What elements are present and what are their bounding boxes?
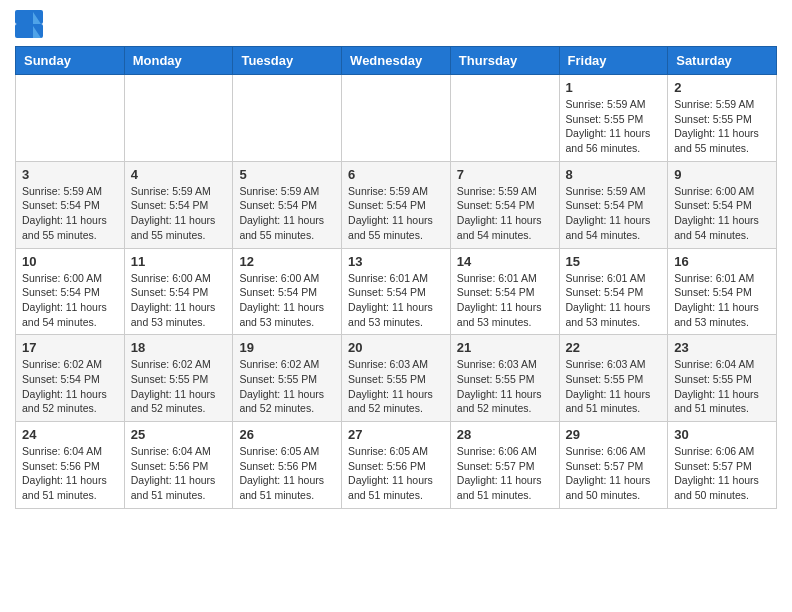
logo-area — [15, 10, 47, 38]
calendar-cell: 20Sunrise: 6:03 AMSunset: 5:55 PMDayligh… — [342, 335, 451, 422]
day-number: 1 — [566, 80, 662, 95]
day-number: 9 — [674, 167, 770, 182]
weekday-header-saturday: Saturday — [668, 47, 777, 75]
day-info: Sunrise: 6:06 AMSunset: 5:57 PMDaylight:… — [674, 444, 770, 503]
day-number: 8 — [566, 167, 662, 182]
day-number: 21 — [457, 340, 553, 355]
day-number: 29 — [566, 427, 662, 442]
calendar-cell: 30Sunrise: 6:06 AMSunset: 5:57 PMDayligh… — [668, 422, 777, 509]
day-info: Sunrise: 6:04 AMSunset: 5:55 PMDaylight:… — [674, 357, 770, 416]
day-number: 2 — [674, 80, 770, 95]
day-number: 13 — [348, 254, 444, 269]
day-info: Sunrise: 6:06 AMSunset: 5:57 PMDaylight:… — [457, 444, 553, 503]
calendar-cell: 7Sunrise: 5:59 AMSunset: 5:54 PMDaylight… — [450, 161, 559, 248]
calendar-cell: 3Sunrise: 5:59 AMSunset: 5:54 PMDaylight… — [16, 161, 125, 248]
day-number: 22 — [566, 340, 662, 355]
day-info: Sunrise: 5:59 AMSunset: 5:54 PMDaylight:… — [22, 184, 118, 243]
day-number: 4 — [131, 167, 227, 182]
day-number: 23 — [674, 340, 770, 355]
day-number: 7 — [457, 167, 553, 182]
day-number: 16 — [674, 254, 770, 269]
day-info: Sunrise: 6:01 AMSunset: 5:54 PMDaylight:… — [566, 271, 662, 330]
day-number: 11 — [131, 254, 227, 269]
day-info: Sunrise: 6:05 AMSunset: 5:56 PMDaylight:… — [239, 444, 335, 503]
calendar-cell: 22Sunrise: 6:03 AMSunset: 5:55 PMDayligh… — [559, 335, 668, 422]
calendar-cell: 24Sunrise: 6:04 AMSunset: 5:56 PMDayligh… — [16, 422, 125, 509]
day-info: Sunrise: 6:01 AMSunset: 5:54 PMDaylight:… — [457, 271, 553, 330]
weekday-header-wednesday: Wednesday — [342, 47, 451, 75]
calendar-cell: 2Sunrise: 5:59 AMSunset: 5:55 PMDaylight… — [668, 75, 777, 162]
day-number: 10 — [22, 254, 118, 269]
calendar-cell — [233, 75, 342, 162]
calendar-cell: 1Sunrise: 5:59 AMSunset: 5:55 PMDaylight… — [559, 75, 668, 162]
day-info: Sunrise: 6:00 AMSunset: 5:54 PMDaylight:… — [131, 271, 227, 330]
calendar-cell: 23Sunrise: 6:04 AMSunset: 5:55 PMDayligh… — [668, 335, 777, 422]
calendar-cell: 18Sunrise: 6:02 AMSunset: 5:55 PMDayligh… — [124, 335, 233, 422]
day-info: Sunrise: 6:02 AMSunset: 5:55 PMDaylight:… — [131, 357, 227, 416]
day-number: 19 — [239, 340, 335, 355]
day-info: Sunrise: 5:59 AMSunset: 5:55 PMDaylight:… — [674, 97, 770, 156]
calendar: SundayMondayTuesdayWednesdayThursdayFrid… — [15, 46, 777, 509]
day-info: Sunrise: 6:06 AMSunset: 5:57 PMDaylight:… — [566, 444, 662, 503]
day-info: Sunrise: 5:59 AMSunset: 5:54 PMDaylight:… — [239, 184, 335, 243]
day-number: 17 — [22, 340, 118, 355]
day-info: Sunrise: 6:04 AMSunset: 5:56 PMDaylight:… — [131, 444, 227, 503]
day-info: Sunrise: 6:01 AMSunset: 5:54 PMDaylight:… — [674, 271, 770, 330]
calendar-cell: 21Sunrise: 6:03 AMSunset: 5:55 PMDayligh… — [450, 335, 559, 422]
calendar-cell: 8Sunrise: 5:59 AMSunset: 5:54 PMDaylight… — [559, 161, 668, 248]
calendar-week-row: 10Sunrise: 6:00 AMSunset: 5:54 PMDayligh… — [16, 248, 777, 335]
calendar-cell: 10Sunrise: 6:00 AMSunset: 5:54 PMDayligh… — [16, 248, 125, 335]
day-info: Sunrise: 6:02 AMSunset: 5:54 PMDaylight:… — [22, 357, 118, 416]
day-info: Sunrise: 5:59 AMSunset: 5:55 PMDaylight:… — [566, 97, 662, 156]
weekday-header-friday: Friday — [559, 47, 668, 75]
calendar-cell: 16Sunrise: 6:01 AMSunset: 5:54 PMDayligh… — [668, 248, 777, 335]
weekday-header-thursday: Thursday — [450, 47, 559, 75]
calendar-cell: 25Sunrise: 6:04 AMSunset: 5:56 PMDayligh… — [124, 422, 233, 509]
calendar-week-row: 24Sunrise: 6:04 AMSunset: 5:56 PMDayligh… — [16, 422, 777, 509]
calendar-cell: 6Sunrise: 5:59 AMSunset: 5:54 PMDaylight… — [342, 161, 451, 248]
calendar-week-row: 17Sunrise: 6:02 AMSunset: 5:54 PMDayligh… — [16, 335, 777, 422]
day-number: 27 — [348, 427, 444, 442]
day-info: Sunrise: 5:59 AMSunset: 5:54 PMDaylight:… — [566, 184, 662, 243]
day-number: 28 — [457, 427, 553, 442]
day-info: Sunrise: 6:01 AMSunset: 5:54 PMDaylight:… — [348, 271, 444, 330]
calendar-cell — [450, 75, 559, 162]
day-number: 15 — [566, 254, 662, 269]
day-number: 5 — [239, 167, 335, 182]
calendar-cell: 9Sunrise: 6:00 AMSunset: 5:54 PMDaylight… — [668, 161, 777, 248]
weekday-header-sunday: Sunday — [16, 47, 125, 75]
calendar-cell: 27Sunrise: 6:05 AMSunset: 5:56 PMDayligh… — [342, 422, 451, 509]
calendar-cell — [16, 75, 125, 162]
calendar-cell: 15Sunrise: 6:01 AMSunset: 5:54 PMDayligh… — [559, 248, 668, 335]
page: SundayMondayTuesdayWednesdayThursdayFrid… — [0, 0, 792, 524]
day-info: Sunrise: 5:59 AMSunset: 5:54 PMDaylight:… — [348, 184, 444, 243]
day-info: Sunrise: 6:03 AMSunset: 5:55 PMDaylight:… — [348, 357, 444, 416]
day-number: 18 — [131, 340, 227, 355]
day-info: Sunrise: 6:03 AMSunset: 5:55 PMDaylight:… — [457, 357, 553, 416]
day-info: Sunrise: 6:02 AMSunset: 5:55 PMDaylight:… — [239, 357, 335, 416]
calendar-week-row: 3Sunrise: 5:59 AMSunset: 5:54 PMDaylight… — [16, 161, 777, 248]
calendar-cell: 28Sunrise: 6:06 AMSunset: 5:57 PMDayligh… — [450, 422, 559, 509]
calendar-cell: 5Sunrise: 5:59 AMSunset: 5:54 PMDaylight… — [233, 161, 342, 248]
weekday-header-tuesday: Tuesday — [233, 47, 342, 75]
day-info: Sunrise: 5:59 AMSunset: 5:54 PMDaylight:… — [131, 184, 227, 243]
calendar-cell: 11Sunrise: 6:00 AMSunset: 5:54 PMDayligh… — [124, 248, 233, 335]
day-number: 6 — [348, 167, 444, 182]
day-info: Sunrise: 6:00 AMSunset: 5:54 PMDaylight:… — [239, 271, 335, 330]
day-number: 3 — [22, 167, 118, 182]
calendar-cell: 26Sunrise: 6:05 AMSunset: 5:56 PMDayligh… — [233, 422, 342, 509]
calendar-cell: 14Sunrise: 6:01 AMSunset: 5:54 PMDayligh… — [450, 248, 559, 335]
day-number: 12 — [239, 254, 335, 269]
day-info: Sunrise: 6:00 AMSunset: 5:54 PMDaylight:… — [22, 271, 118, 330]
day-number: 25 — [131, 427, 227, 442]
day-info: Sunrise: 6:05 AMSunset: 5:56 PMDaylight:… — [348, 444, 444, 503]
day-info: Sunrise: 6:03 AMSunset: 5:55 PMDaylight:… — [566, 357, 662, 416]
day-number: 24 — [22, 427, 118, 442]
calendar-cell: 4Sunrise: 5:59 AMSunset: 5:54 PMDaylight… — [124, 161, 233, 248]
header — [15, 10, 777, 38]
calendar-cell — [124, 75, 233, 162]
calendar-cell: 19Sunrise: 6:02 AMSunset: 5:55 PMDayligh… — [233, 335, 342, 422]
calendar-cell — [342, 75, 451, 162]
day-number: 14 — [457, 254, 553, 269]
day-info: Sunrise: 5:59 AMSunset: 5:54 PMDaylight:… — [457, 184, 553, 243]
